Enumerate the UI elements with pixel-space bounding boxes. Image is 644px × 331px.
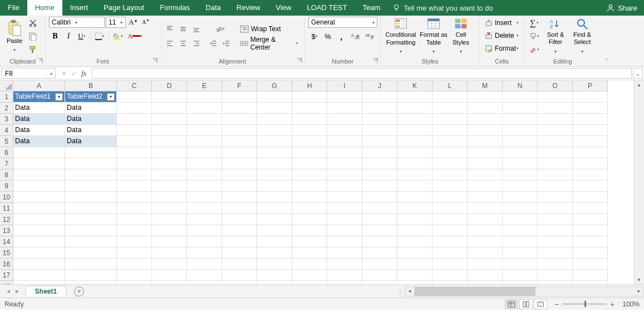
cell[interactable] bbox=[292, 103, 327, 114]
column-header[interactable]: K bbox=[397, 80, 432, 91]
cell[interactable] bbox=[397, 103, 432, 114]
cell[interactable] bbox=[468, 192, 503, 203]
cell[interactable] bbox=[538, 158, 573, 169]
cell[interactable] bbox=[573, 158, 608, 169]
view-page-layout-button[interactable] bbox=[519, 299, 533, 309]
cell[interactable] bbox=[362, 225, 397, 236]
cell[interactable] bbox=[432, 158, 468, 169]
font-name-combo[interactable]: Calibri▾ bbox=[49, 17, 105, 28]
cell[interactable] bbox=[222, 270, 257, 281]
cell[interactable] bbox=[257, 236, 292, 247]
cell[interactable] bbox=[327, 247, 362, 259]
cell[interactable] bbox=[362, 236, 397, 247]
cell[interactable] bbox=[13, 203, 65, 214]
cell[interactable] bbox=[152, 247, 187, 259]
cell[interactable] bbox=[257, 136, 292, 147]
cell[interactable] bbox=[503, 236, 538, 247]
cell[interactable] bbox=[468, 281, 503, 284]
cell[interactable] bbox=[397, 259, 432, 270]
cell[interactable] bbox=[397, 281, 432, 284]
column-header[interactable]: M bbox=[468, 80, 503, 91]
column-header[interactable]: P bbox=[573, 80, 608, 91]
cell[interactable] bbox=[327, 225, 362, 236]
cell[interactable] bbox=[13, 158, 65, 169]
cell[interactable] bbox=[362, 147, 397, 158]
bold-button[interactable]: B bbox=[49, 30, 61, 42]
cell[interactable]: Data bbox=[65, 125, 117, 136]
row-header[interactable]: 17 bbox=[0, 270, 13, 281]
row-header[interactable]: 1 bbox=[0, 91, 13, 103]
percent-format-button[interactable]: % bbox=[322, 30, 334, 42]
cell[interactable] bbox=[117, 103, 152, 114]
cell[interactable] bbox=[13, 259, 65, 270]
cell[interactable] bbox=[432, 192, 468, 203]
cell[interactable] bbox=[187, 158, 222, 169]
cell[interactable]: Data bbox=[65, 103, 117, 114]
cell[interactable] bbox=[362, 214, 397, 225]
cell[interactable] bbox=[362, 136, 397, 147]
cell[interactable] bbox=[65, 181, 117, 192]
column-header[interactable]: H bbox=[292, 80, 327, 91]
row-header[interactable]: 14 bbox=[0, 236, 13, 247]
cell[interactable] bbox=[362, 281, 397, 284]
row-header[interactable]: 2 bbox=[0, 103, 13, 114]
row-header[interactable]: 9 bbox=[0, 181, 13, 192]
cell[interactable] bbox=[432, 136, 468, 147]
cell[interactable] bbox=[13, 281, 65, 284]
tab-view[interactable]: View bbox=[268, 0, 299, 16]
cell[interactable] bbox=[397, 147, 432, 158]
cell[interactable] bbox=[222, 181, 257, 192]
cell[interactable] bbox=[117, 181, 152, 192]
launcher-icon[interactable] bbox=[297, 58, 302, 64]
cell[interactable] bbox=[573, 181, 608, 192]
sort-filter-button[interactable]: AZ Sort & Filter bbox=[543, 18, 568, 55]
cell[interactable] bbox=[468, 203, 503, 214]
insert-cells-button[interactable]: Insert▾ bbox=[483, 17, 520, 29]
cell[interactable] bbox=[327, 158, 362, 169]
cell[interactable]: Data bbox=[13, 136, 65, 147]
cell[interactable] bbox=[468, 270, 503, 281]
cell[interactable] bbox=[187, 247, 222, 259]
cell[interactable] bbox=[327, 169, 362, 181]
cell[interactable] bbox=[117, 281, 152, 284]
row-header[interactable]: 8 bbox=[0, 169, 13, 181]
cell[interactable] bbox=[65, 247, 117, 259]
sheet-tab-active[interactable]: Sheet1 bbox=[26, 286, 66, 296]
cell[interactable] bbox=[187, 103, 222, 114]
enter-formula-button[interactable]: ✓ bbox=[71, 70, 77, 77]
cell[interactable] bbox=[292, 181, 327, 192]
cell[interactable] bbox=[362, 169, 397, 181]
cell[interactable] bbox=[257, 169, 292, 181]
cell[interactable] bbox=[152, 103, 187, 114]
cell[interactable] bbox=[397, 214, 432, 225]
cell[interactable] bbox=[362, 103, 397, 114]
cell[interactable] bbox=[292, 259, 327, 270]
decrease-decimal-button[interactable]: .00.0 bbox=[363, 30, 376, 42]
cell[interactable] bbox=[573, 169, 608, 181]
cell[interactable] bbox=[538, 103, 573, 114]
launcher-icon[interactable] bbox=[37, 58, 43, 64]
cell[interactable] bbox=[397, 136, 432, 147]
cell[interactable] bbox=[152, 147, 187, 158]
cell[interactable] bbox=[152, 169, 187, 181]
cell[interactable] bbox=[327, 103, 362, 114]
cell[interactable] bbox=[292, 270, 327, 281]
cell[interactable] bbox=[292, 169, 327, 181]
cell[interactable] bbox=[432, 169, 468, 181]
cell[interactable] bbox=[432, 281, 468, 284]
cell[interactable] bbox=[432, 247, 468, 259]
fill-color-button[interactable]: ▾ bbox=[111, 30, 125, 42]
cell[interactable]: Data bbox=[65, 136, 117, 147]
cell[interactable] bbox=[573, 281, 608, 284]
cell[interactable] bbox=[573, 136, 608, 147]
cell[interactable] bbox=[538, 136, 573, 147]
cell[interactable] bbox=[538, 181, 573, 192]
cell[interactable] bbox=[257, 259, 292, 270]
cell[interactable] bbox=[432, 214, 468, 225]
increase-font-button[interactable]: A▲ bbox=[127, 17, 139, 27]
cell[interactable] bbox=[573, 192, 608, 203]
cell[interactable] bbox=[257, 270, 292, 281]
cell[interactable] bbox=[187, 225, 222, 236]
cell[interactable]: TableField2▼ bbox=[65, 91, 117, 103]
zoom-out-button[interactable]: − bbox=[554, 300, 559, 309]
